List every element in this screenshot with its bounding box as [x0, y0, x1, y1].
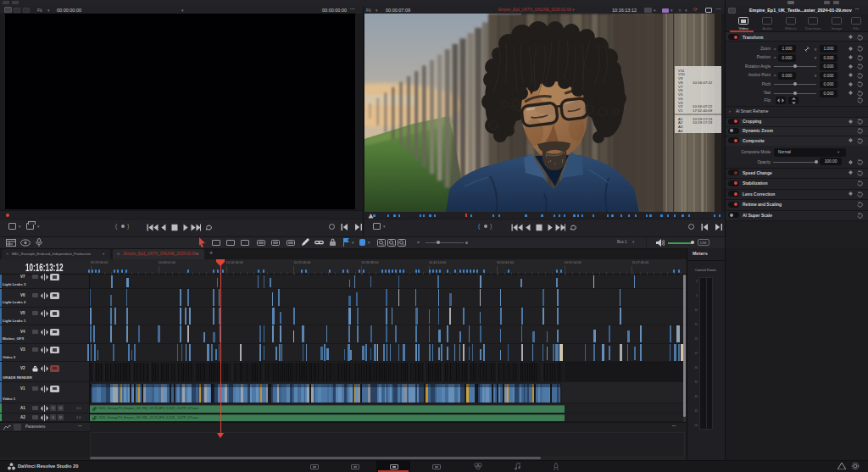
svg-text:V1: V1 — [678, 108, 683, 113]
svg-text:A4: A4 — [678, 129, 683, 133]
svg-text:17:32:40:09: 17:32:40:09 — [693, 108, 713, 113]
svg-text:10:16:07:22: 10:16:07:22 — [693, 81, 713, 85]
svg-text:10:19:17:23: 10:19:17:23 — [693, 120, 713, 125]
